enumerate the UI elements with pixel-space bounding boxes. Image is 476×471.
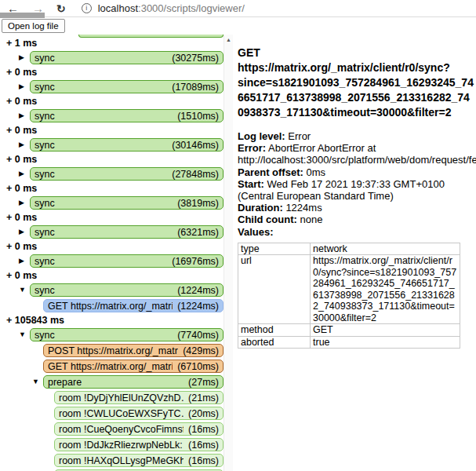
field-label: Log level:	[238, 130, 285, 142]
field-value: AbortError AbortError at http://localhos…	[238, 142, 476, 166]
values-value: https://matrix.org/_matrix/client/r0/syn…	[311, 255, 460, 324]
expand-arrow-icon[interactable]: ▶	[16, 51, 30, 64]
log-item[interactable]: sync(7740ms)	[30, 328, 223, 341]
time-offset-label: + 0 ms	[6, 270, 223, 281]
log-item-label: room !CWLUCoEWXSFyTC…	[59, 408, 183, 419]
log-item-duration: (1224ms)	[177, 285, 219, 296]
detail-fields: Log level: ErrorError: AbortError AbortE…	[238, 130, 473, 238]
log-item-duration: (6710ms)	[177, 361, 219, 372]
values-row: abortedtrue	[238, 336, 460, 349]
url-bar[interactable]: localhost:3000/scripts/logviewer/	[98, 2, 245, 14]
log-item[interactable]: sync(27848ms)	[30, 167, 223, 181]
values-value: network	[311, 243, 460, 255]
log-row: ▶sync(1510ms)	[0, 109, 223, 122]
time-offset-label: + 0 ms	[6, 241, 223, 252]
log-item-duration: (1510ms)	[177, 111, 219, 122]
log-row: ▶sync(6321ms)	[0, 225, 223, 239]
log-row: ▶sync(30275ms)	[0, 51, 223, 64]
site-info-icon[interactable]: i	[82, 3, 92, 13]
log-row: room !DyDjYhlElUnZQVzhD…(21ms)	[0, 391, 223, 404]
detail-field: Start: Wed Feb 17 2021 19:37:33 GMT+0100…	[238, 178, 473, 202]
log-item-label: room !HAXqOLLysgPMeGKh…	[59, 455, 183, 466]
log-item-label: room !DdJkzRliezrwpNebLk:…	[59, 440, 183, 451]
values-row: typenetwork	[238, 243, 460, 255]
log-item-duration: (30275ms)	[172, 53, 219, 64]
log-row: GET https://matrix.org/_matri…(6710ms)	[0, 360, 223, 373]
detail-field: Values:	[238, 226, 473, 238]
log-item[interactable]: room !HAXqOLLysgPMeGKh…(16ms)	[54, 454, 223, 467]
collapse-arrow-icon[interactable]: ▼	[16, 328, 30, 341]
expand-arrow-icon[interactable]: ▶	[16, 80, 30, 93]
values-row: methodGET	[238, 324, 460, 337]
log-item[interactable]: sync(17089ms)	[30, 80, 223, 93]
log-item-duration: (3819ms)	[177, 198, 219, 209]
log-item[interactable]: room !CWLUCoEWXSFyTC…(20ms)	[54, 407, 223, 420]
values-value: GET	[311, 324, 460, 337]
log-item[interactable]: POST https://matrix.org/_matri…(429ms)	[43, 344, 223, 357]
expand-arrow-icon[interactable]: ▶	[16, 196, 30, 210]
log-row: ▶sync(17089ms)	[0, 80, 223, 93]
log-item[interactable]: room !DyDjYhlElUnZQVzhD…(21ms)	[54, 391, 223, 404]
log-item-duration: (6321ms)	[177, 227, 219, 238]
values-value: true	[311, 336, 460, 349]
time-offset-label: + 0 ms	[6, 212, 223, 223]
log-row: room !CWLUCoEWXSFyTC…(20ms)	[0, 407, 223, 420]
time-offset-label: + 0 ms	[6, 154, 223, 165]
log-item[interactable]: sync(16976ms)	[30, 254, 223, 268]
log-item[interactable]: sync(30275ms)	[30, 51, 223, 64]
expand-arrow-icon[interactable]: ▶	[16, 109, 30, 122]
log-item[interactable]: sync(30146ms)	[30, 138, 223, 152]
log-item-label: sync	[35, 82, 55, 93]
detail-title: GET https://matrix.org/_matrix/client/r0…	[238, 46, 474, 120]
log-row: ▶sync(3819ms)	[0, 196, 223, 210]
reload-icon[interactable]: ↻	[56, 0, 66, 17]
field-value: none	[297, 214, 323, 225]
log-item[interactable]: room !DdJkzRliezrwpNebLk:…(16ms)	[54, 438, 223, 451]
log-detail-panel: GET https://matrix.org/_matrix/client/r0…	[238, 35, 476, 471]
detail-field: Child count: none	[238, 214, 473, 225]
collapse-arrow-icon[interactable]: ▼	[16, 283, 30, 297]
collapse-arrow-icon[interactable]: ▼	[30, 375, 43, 389]
log-item[interactable]: sync(1224ms)	[30, 283, 223, 297]
field-label: Start:	[238, 178, 264, 190]
field-label: Duration:	[238, 202, 283, 214]
scroll-up-icon[interactable]: ▲	[224, 37, 233, 42]
expand-arrow-icon[interactable]: ▶	[16, 254, 30, 268]
log-row: ▶sync(30146ms)	[0, 138, 223, 152]
log-item-duration: (429ms)	[183, 345, 219, 356]
field-label: Child count:	[238, 214, 297, 225]
expand-arrow-icon[interactable]: ▶	[16, 138, 30, 152]
log-item[interactable]: prepare(27ms)	[43, 375, 223, 389]
log-item-duration: (16976ms)	[172, 256, 219, 267]
log-item-label: sync	[35, 285, 55, 296]
field-label: Values:	[238, 226, 274, 238]
log-item-label: sync	[35, 198, 55, 209]
detail-field: Parent offset: 0ms	[238, 166, 473, 178]
log-item-label: sync	[35, 169, 55, 180]
tree-scrollbar[interactable]: ▲	[223, 35, 233, 471]
log-item[interactable]: sync(6321ms)	[30, 225, 223, 239]
log-row: POST https://matrix.org/_matri…(429ms)	[0, 344, 223, 357]
time-offset-label: + 0 ms	[6, 96, 223, 107]
log-item-duration: (27ms)	[188, 377, 219, 388]
log-item[interactable]: sync(1510ms)	[30, 109, 223, 122]
log-row: ▶sync(16976ms)	[0, 254, 223, 268]
log-item-label: GET https://matrix.org/_matri…	[48, 361, 173, 372]
url-path: :3000/scripts/logviewer/	[138, 2, 245, 14]
expand-arrow-icon[interactable]: ▶	[16, 225, 30, 239]
log-row: ▼prepare(27ms)	[0, 375, 223, 389]
log-item-duration: (16ms)	[188, 455, 219, 466]
log-item-label: sync	[35, 53, 55, 64]
log-row: room !HAXqOLLysgPMeGKh…(16ms)	[0, 454, 223, 467]
log-item-duration: (7740ms)	[177, 330, 219, 341]
log-tree-panel: + 1 ms▶sync(30275ms)+ 0 ms▶sync(17089ms)…	[0, 35, 233, 471]
log-item-label: sync	[35, 330, 55, 341]
log-row: GET https://matrix.org/_matri…(1224ms)	[0, 299, 223, 312]
open-log-file-button[interactable]: Open log file	[2, 19, 65, 33]
log-item[interactable]: sync(3819ms)	[30, 196, 223, 210]
field-value: 0ms	[303, 166, 325, 178]
log-item[interactable]: GET https://matrix.org/_matri…(6710ms)	[43, 360, 223, 373]
log-item[interactable]: room !CueQoenyCvcoFimnsf…(16ms)	[54, 422, 223, 436]
expand-arrow-icon[interactable]: ▶	[16, 167, 30, 181]
log-item-selected[interactable]: GET https://matrix.org/_matri…(1224ms)	[43, 299, 223, 312]
